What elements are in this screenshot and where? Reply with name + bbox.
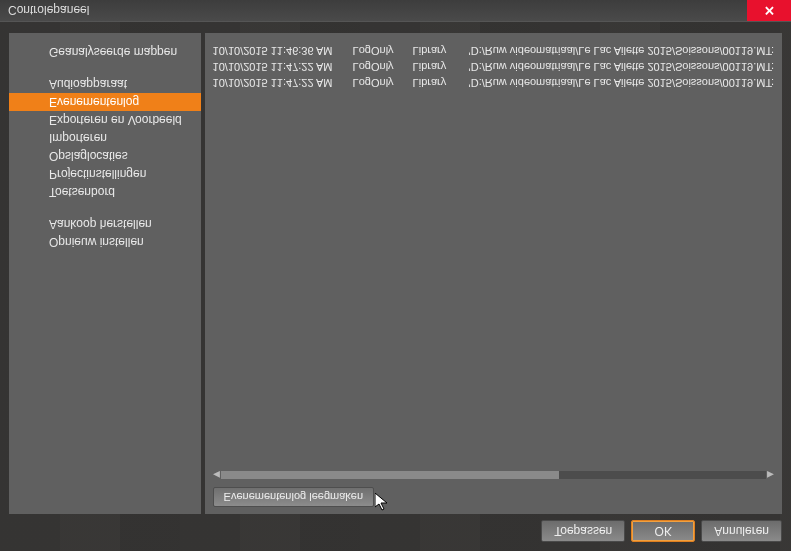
log-level: LogOnly <box>353 77 405 89</box>
log-area: Library <box>413 45 461 57</box>
log-time: 10/10/2015 11:47:22 AM <box>213 77 345 89</box>
sidebar-item-storage[interactable]: Opslaglocaties <box>9 147 201 165</box>
scroll-track[interactable] <box>221 471 766 479</box>
sidebar-group-3: Opnieuw instellen Aankoop herstellen <box>9 215 201 251</box>
scroll-thumb[interactable] <box>221 471 559 479</box>
log-row[interactable]: 10/10/2015 11:47:22 AM LogOnly Library '… <box>213 75 774 91</box>
log-row[interactable]: 10/10/2015 11:46:36 AM LogOnly Library '… <box>213 43 774 59</box>
titlebar: Controlepaneel ✕ <box>0 0 791 22</box>
log-msg: 'D:/Ruw videomatriaal/Le Lac Ailette 201… <box>469 77 774 89</box>
log-time: 10/10/2015 11:47:22 AM <box>213 61 345 73</box>
log-level: LogOnly <box>353 45 405 57</box>
log-msg: 'D:/Ruw videomatriaal/Le Lac Ailette 201… <box>469 61 774 73</box>
sidebar-group-2: Toetsenbord Projectinstellingen Opslaglo… <box>9 75 201 201</box>
toolbar: Evenementenlog leegmaken <box>205 480 782 514</box>
dialog-body: Opnieuw instellen Aankoop herstellen Toe… <box>9 33 782 514</box>
scroll-right-icon[interactable]: ▶ <box>766 471 774 480</box>
close-button[interactable]: ✕ <box>747 0 791 22</box>
dialog-buttons: Toepassen OK Annuleren <box>541 520 782 542</box>
hscrollbar[interactable]: ◀ ▶ <box>213 470 774 480</box>
window-title: Controlepaneel <box>8 4 89 18</box>
apply-button[interactable]: Toepassen <box>541 520 625 542</box>
close-icon: ✕ <box>764 3 775 18</box>
log-level: LogOnly <box>353 61 405 73</box>
sidebar-item-project-settings[interactable]: Projectinstellingen <box>9 165 201 183</box>
scroll-left-icon[interactable]: ◀ <box>213 471 221 480</box>
sidebar-item-audio[interactable]: Audioapparaat <box>9 75 201 93</box>
log-msg: 'D:/Ruw videomatriaal/Le Lac Ailette 201… <box>469 45 774 57</box>
sidebar-item-restore-purchase[interactable]: Aankoop herstellen <box>9 215 201 233</box>
log-time: 10/10/2015 11:46:36 AM <box>213 45 345 57</box>
sidebar: Opnieuw instellen Aankoop herstellen Toe… <box>9 33 201 514</box>
main-pane: Evenementenlog leegmaken ◀ ▶ 10/10/2015 … <box>205 33 782 514</box>
sidebar-item-export[interactable]: Exporteren en Voorbeeld <box>9 111 201 129</box>
log-area: Library <box>413 77 461 89</box>
sidebar-item-keyboard[interactable]: Toetsenbord <box>9 183 201 201</box>
log-row[interactable]: 10/10/2015 11:47:22 AM LogOnly Library '… <box>213 59 774 75</box>
ok-button[interactable]: OK <box>631 520 695 542</box>
sidebar-item-eventlog[interactable]: Evenementenlog <box>9 93 201 111</box>
cancel-button[interactable]: Annuleren <box>701 520 782 542</box>
sidebar-item-import[interactable]: Importeren <box>9 129 201 147</box>
log-area: Library <box>413 61 461 73</box>
sidebar-item-reset[interactable]: Opnieuw instellen <box>9 233 201 251</box>
sidebar-group-1: Geanalyseerde mappen <box>9 43 201 61</box>
sidebar-item-analyzed-folders[interactable]: Geanalyseerde mappen <box>9 43 201 61</box>
clear-log-button[interactable]: Evenementenlog leegmaken <box>213 487 374 507</box>
log-list: 10/10/2015 11:47:22 AM LogOnly Library '… <box>213 43 774 466</box>
